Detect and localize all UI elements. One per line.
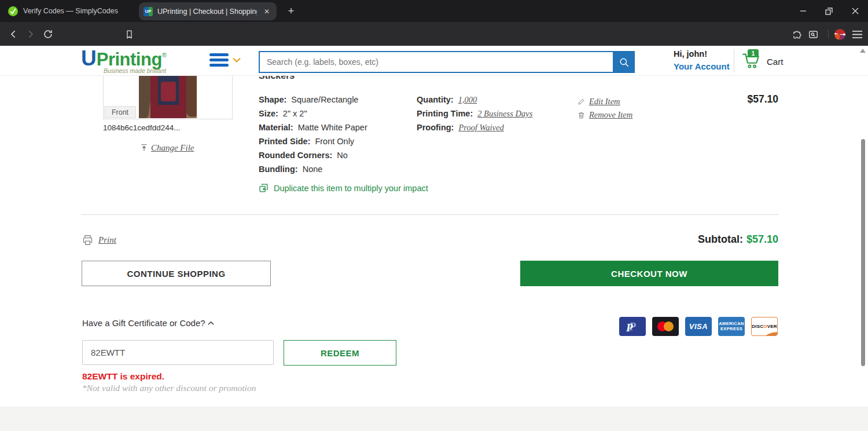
artwork-filename: 1084b6c1cedfdd244... [103,123,181,132]
duplicate-icon [259,183,269,193]
tab-simplycodes[interactable]: Verify Codes — SimplyCodes [8,0,118,22]
option-row: Quantity:1,000 [417,95,532,109]
spec-value: Square/Rectangle [291,95,358,109]
checkout-now-button[interactable]: CHECKOUT NOW [520,261,778,286]
scrollbar-up-arrow[interactable] [860,49,866,53]
uprinting-favicon: UP [144,7,153,16]
greeting: Hi, john! [674,49,730,60]
spec-label: Rounded Corners: [259,151,332,165]
spec-value: No [337,151,348,165]
tab-title: UPrinting | Checkout | Shopping [157,8,257,16]
quantity-link[interactable]: 1,000 [458,95,477,105]
gift-code-toggle[interactable]: Have a Gift Certificate or Code? [82,318,214,328]
spec-label: Material: [259,123,293,137]
products-menu-button[interactable] [209,53,241,67]
spec-label: Printed Side: [259,137,310,151]
simplycodes-icon [8,6,18,16]
code-disclaimer: *Not valid with any other discount or pr… [82,383,256,393]
divider [81,214,778,215]
scrollbar-thumb[interactable] [861,139,865,366]
hamburger-icon [209,53,229,67]
close-button[interactable] [842,0,868,22]
back-icon[interactable] [7,28,20,41]
option-row: Proofing:Proof Waived [417,123,532,137]
account-area: Hi, john! Your Account [674,49,730,72]
window-controls [790,0,868,22]
spec-value: Matte White Paper [298,123,367,137]
uprinting-logo[interactable]: UPrinting® Business made brilliant [81,48,167,74]
printing-time-link[interactable]: 2 Business Days [477,109,532,119]
change-file-link[interactable]: Change File [151,143,194,152]
edit-item-link[interactable]: Edit Item [589,97,620,107]
duplicate-item[interactable]: Duplicate this item to multiply your imp… [259,183,428,193]
trash-icon [578,111,585,119]
spec-row: Size:2" x 2" [259,109,367,123]
search-button[interactable] [613,51,635,73]
option-label: Printing Time: [417,109,473,118]
product-options: Quantity:1,000 Printing Time:2 Business … [417,95,532,137]
payment-methods: P P VISA AMERICAN EXPRESS DISCOVER [619,317,778,336]
product-specs: Shape:Square/Rectangle Size:2" x 2" Mate… [259,95,367,178]
chevron-down-icon [233,57,241,63]
search-box [259,51,635,73]
divider [734,49,734,72]
paypal-icon: P P [619,317,646,336]
item-actions: Edit Item Remove Item [578,95,632,122]
print-link[interactable]: Print [98,235,116,245]
discover-icon: DISCOVER [751,317,778,336]
spec-value: Front Only [315,137,354,151]
mastercard-icon [652,317,679,336]
spec-label: Bundling: [259,165,298,178]
option-label: Proofing: [417,123,454,132]
forward-icon[interactable] [24,28,37,41]
redeem-button[interactable]: REDEEM [284,340,396,366]
cart-page: Front 1084b6c1cedfdd244... Change File S… [0,46,868,431]
minimize-button[interactable] [790,0,816,22]
option-row: Printing Time:2 Business Days [417,109,532,123]
extension-action-icon[interactable] [833,28,846,41]
amex-icon: AMERICAN EXPRESS [718,317,745,336]
tab-title: Verify Codes — SimplyCodes [23,7,118,15]
new-tab-button[interactable]: + [284,3,299,19]
browser-window: Verify Codes — SimplyCodes UP UPrinting … [0,0,868,431]
pencil-icon [578,98,585,105]
maximize-button[interactable] [816,0,842,22]
option-label: Quantity: [417,95,454,104]
spec-label: Shape: [259,95,286,109]
gift-code-label: Have a Gift Certificate or Code? [82,318,205,328]
tab-close-icon[interactable]: ✕ [262,6,272,17]
search-input[interactable] [259,51,613,73]
gift-code-input[interactable] [82,340,274,365]
extensions-puzzle-icon[interactable] [790,28,803,41]
your-account-link[interactable]: Your Account [674,61,730,71]
remove-item-link[interactable]: Remove Item [589,110,632,120]
divider [822,28,834,41]
duplicate-label[interactable]: Duplicate this item to multiply your imp… [274,184,428,193]
spec-row: Printed Side:Front Only [259,137,367,151]
subtotal-label: Subtotal: [698,233,743,245]
spec-row: Shape:Square/Rectangle [259,95,367,109]
cart-button[interactable]: 1 Cart [741,50,783,70]
spec-value: 2" x 2" [283,109,307,123]
visa-icon: VISA [685,317,712,336]
spec-row: Rounded Corners:No [259,151,367,165]
remove-item[interactable]: Remove Item [578,108,632,122]
reload-icon[interactable] [42,28,54,41]
menu-hamburger-icon[interactable] [851,28,863,41]
page-footer [0,407,868,431]
spec-row: Material:Matte White Paper [259,123,367,137]
change-file[interactable]: Change File [103,143,231,153]
edit-item[interactable]: Edit Item [578,95,632,108]
spec-value: None [303,165,323,178]
item-price: $57.10 [686,93,778,105]
continue-shopping-button[interactable]: CONTINUE SHOPPING [82,261,271,286]
chevron-up-icon [208,321,214,326]
cart-label: Cart [767,57,783,70]
proofing-link[interactable]: Proof Waived [458,123,503,133]
subtotal: Subtotal:$57.10 [579,233,778,246]
tab-bar: Verify Codes — SimplyCodes UP UPrinting … [0,0,868,22]
tab-uprinting[interactable]: UP UPrinting | Checkout | Shopping ✕ [139,2,277,20]
print-action[interactable]: Print [82,235,116,245]
sidebar-search-icon[interactable] [807,28,819,41]
bookmark-icon[interactable] [123,28,135,41]
